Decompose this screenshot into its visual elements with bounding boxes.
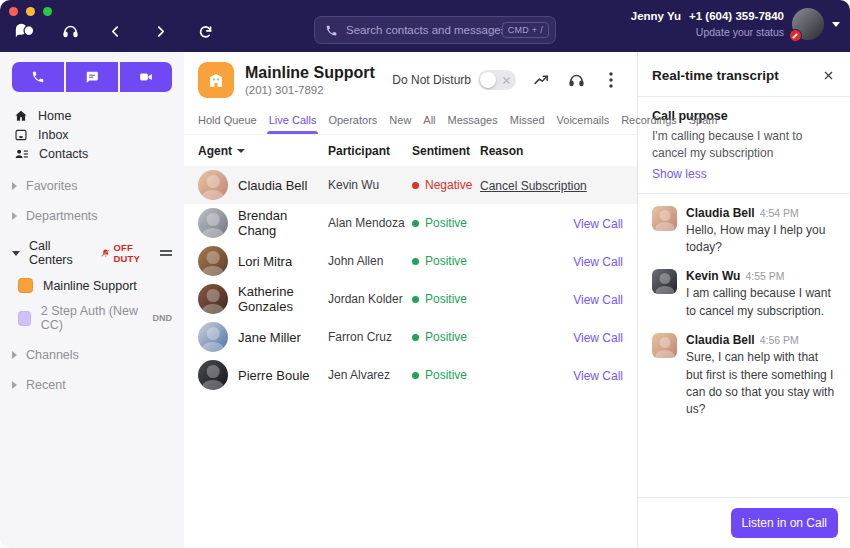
tab-messages[interactable]: Messages xyxy=(448,110,498,134)
back-icon[interactable] xyxy=(104,20,126,42)
video-button[interactable] xyxy=(120,62,172,92)
phone-icon xyxy=(325,24,338,37)
avatar xyxy=(198,284,228,314)
tab-live-calls[interactable]: Live Calls xyxy=(269,110,317,134)
table-row[interactable]: Brendan Chang Alan Mendoza Positive View… xyxy=(184,204,637,242)
tab-spam[interactable]: Spam xyxy=(689,110,718,134)
sidebar-item-label: Inbox xyxy=(38,128,69,142)
view-call-link[interactable]: View Call xyxy=(573,217,623,231)
message-text: Sure, I can help with that but first is … xyxy=(686,349,836,419)
table-row[interactable]: Lori Mitra John Allen Positive View Call xyxy=(184,242,637,280)
headset-icon[interactable] xyxy=(59,20,81,42)
forward-icon[interactable] xyxy=(149,20,171,42)
sidebar-item-contacts[interactable]: Contacts xyxy=(14,144,172,163)
column-participant: Participant xyxy=(328,144,412,158)
sidebar-group-departments[interactable]: Departments xyxy=(12,209,172,223)
avatar xyxy=(198,322,228,352)
avatar xyxy=(198,170,228,200)
sidebar-item-home[interactable]: Home xyxy=(14,106,172,125)
speaker-name: Kevin Wu xyxy=(686,269,740,283)
sidebar-item-mainline-support[interactable]: Mainline Support xyxy=(18,278,172,293)
view-call-link[interactable]: View Call xyxy=(573,293,623,307)
group-label: Call Centers xyxy=(29,239,82,267)
search-bar[interactable]: CMD + / xyxy=(314,16,556,44)
video-icon xyxy=(138,70,154,84)
headset-icon[interactable] xyxy=(566,70,586,90)
sentiment-badge: Positive xyxy=(412,368,480,382)
table-row[interactable]: Jane Miller Farron Cruz Positive View Ca… xyxy=(184,318,637,356)
sentiment-dot-icon xyxy=(412,182,419,189)
chat-icon xyxy=(85,70,99,84)
user-name: Jenny Yu xyxy=(631,10,681,22)
panel-footer: Listen in on Call xyxy=(638,497,850,548)
phone-icon xyxy=(31,70,45,84)
zoom-window-button[interactable] xyxy=(43,7,52,16)
sidebar-group-recent[interactable]: Recent xyxy=(12,378,172,392)
sidebar-item-inbox[interactable]: Inbox xyxy=(14,125,172,144)
tab-recordings[interactable]: Recordings xyxy=(621,110,677,134)
dnd-toggle-label: Do Not Disturb xyxy=(392,73,471,87)
agent-name: Jane Miller xyxy=(238,330,301,345)
column-label: Agent xyxy=(198,144,232,158)
show-less-link[interactable]: Show less xyxy=(652,167,836,181)
sentiment-dot-icon xyxy=(412,258,419,265)
call-center-swatch xyxy=(18,311,31,326)
update-status-link[interactable]: Update your status xyxy=(631,25,784,39)
close-window-button[interactable] xyxy=(9,7,18,16)
analytics-icon[interactable] xyxy=(531,70,551,90)
page-phone-number: (201) 301-7892 xyxy=(245,84,375,96)
sidebar-item-2-step-auth[interactable]: 2 Step Auth (New CC) DND xyxy=(18,304,172,332)
listen-in-button[interactable]: Listen in on Call xyxy=(731,508,838,538)
close-icon[interactable] xyxy=(820,67,836,83)
chevron-down-icon[interactable] xyxy=(832,22,840,27)
call-button[interactable] xyxy=(12,62,64,92)
view-call-link[interactable]: View Call xyxy=(573,331,623,345)
table-row[interactable]: Pierre Boule Jen Alvarez Positive View C… xyxy=(184,356,637,394)
tab-hold-queue[interactable]: Hold Queue xyxy=(198,110,257,134)
column-agent[interactable]: Agent xyxy=(198,144,328,158)
sidebar-item-label: Contacts xyxy=(39,147,88,161)
tab-voicemails[interactable]: Voicemails xyxy=(557,110,610,134)
user-avatar[interactable] xyxy=(792,8,824,40)
sentiment-dot-icon xyxy=(412,372,419,379)
sidebar-group-call-centers[interactable]: Call Centers OFF DUTY xyxy=(12,239,172,267)
call-center-label: 2 Step Auth (New CC) xyxy=(41,304,143,332)
dnd-toggle[interactable] xyxy=(478,70,516,90)
sentiment-dot-icon xyxy=(412,296,419,303)
comm-buttons xyxy=(12,62,172,92)
message-time: 4:54 PM xyxy=(760,207,799,219)
sidebar-group-favorites[interactable]: Favorites xyxy=(12,179,172,193)
avatar xyxy=(198,208,228,238)
kebab-menu-icon[interactable] xyxy=(601,70,621,90)
table-row[interactable]: Claudia Bell Kevin Wu Negative Cancel Su… xyxy=(184,166,637,204)
call-purpose-title: Call purpose xyxy=(652,109,836,123)
message-text: Hello, How may I help you today? xyxy=(686,222,836,257)
tab-all[interactable]: All xyxy=(423,110,435,134)
message-text: I am calling because I want to cancel my… xyxy=(686,285,836,320)
building-icon xyxy=(198,62,234,98)
agent-name: Lori Mitra xyxy=(238,254,292,269)
toggle-knob xyxy=(480,72,496,88)
reorder-handle-icon[interactable] xyxy=(160,250,172,256)
home-icon xyxy=(14,109,28,123)
table-row[interactable]: Katherine Gonzales Jordan Kolder Positiv… xyxy=(184,280,637,318)
dnd-status-icon xyxy=(789,29,802,42)
table-header: Agent Participant Sentiment Reason xyxy=(184,135,637,166)
view-call-link[interactable]: View Call xyxy=(573,369,623,383)
tab-operators[interactable]: Operators xyxy=(328,110,377,134)
call-center-swatch xyxy=(18,278,33,293)
view-call-link[interactable]: View Call xyxy=(573,255,623,269)
reason-link[interactable]: Cancel Subscription xyxy=(480,179,587,193)
user-phone: +1 (604) 359-7840 xyxy=(689,10,784,22)
column-reason: Reason xyxy=(480,144,623,158)
group-label: Favorites xyxy=(26,179,77,193)
minimize-window-button[interactable] xyxy=(26,7,35,16)
tab-new[interactable]: New xyxy=(389,110,411,134)
user-menu[interactable]: Jenny Yu+1 (604) 359-7840 Update your st… xyxy=(631,8,840,40)
message-button[interactable] xyxy=(66,62,118,92)
search-input[interactable] xyxy=(346,24,502,36)
sidebar-group-channels[interactable]: Channels xyxy=(12,348,172,362)
refresh-icon[interactable] xyxy=(194,20,216,42)
tab-missed[interactable]: Missed xyxy=(510,110,545,134)
sentiment-badge: Positive xyxy=(412,254,480,268)
